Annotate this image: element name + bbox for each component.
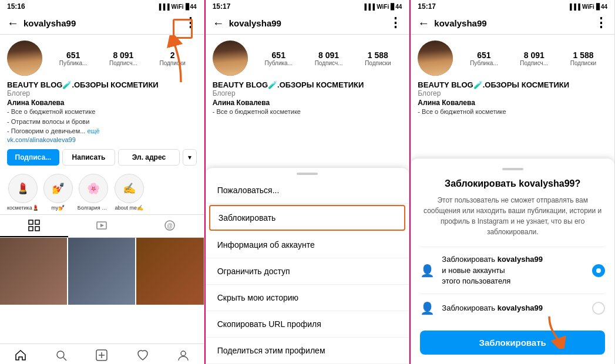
bio-name-3: Алина Ковалева [418, 99, 607, 107]
stories-row-1: 💄 косметика💄 💅 my💅 🌸 Болгария 20... ✍️ a… [0, 170, 204, 214]
bio-title-3: BEAUTY BLOG🧪.ОБЗОРЫ КОСМЕТИКИ [418, 80, 607, 89]
username-2: kovalysha99 [229, 18, 389, 28]
top-nav-3: ← kovalysha99 ⋮ [411, 12, 614, 35]
dropdown-button-1[interactable]: ▾ [183, 149, 197, 166]
stat-following-1: 2 Подписки [159, 50, 185, 66]
dialog-title: Заблокировать kovalysha99? [420, 178, 605, 189]
profile-section-1: 651 Публика... 8 091 Подписч... 2 Подпис… [0, 35, 204, 79]
block-confirm-button[interactable]: Заблокировать [420, 331, 605, 355]
story-4[interactable]: ✍️ about me✍️ [115, 174, 144, 211]
back-icon-2[interactable]: ← [213, 16, 224, 30]
email-button-1[interactable]: Эл. адрес [118, 149, 179, 166]
menu-item-copy-url[interactable]: Скопировать URL профиля [206, 311, 409, 338]
following-number-1: 2 [159, 50, 185, 60]
signal-icon-2: ▐▐▐ [362, 4, 375, 10]
nav-home-1[interactable] [14, 349, 27, 362]
block-option-1[interactable]: 👤 Заблокировать kovalysha99и новые аккау… [420, 247, 605, 294]
time-3: 15:17 [418, 2, 436, 11]
tab-tv-1[interactable] [68, 215, 136, 237]
radio-option-2[interactable] [592, 302, 605, 315]
nav-search-1[interactable] [55, 349, 68, 362]
panel-1: 15:16 ▐▐▐ WiFi ▊44 ← kovalysha99 ⋮ 651 П… [0, 0, 204, 364]
bio-category-3: Блогер [418, 89, 607, 97]
status-icons-2: ▐▐▐ WiFi ▊44 [362, 4, 402, 10]
followers-number-3: 8 091 [520, 50, 548, 60]
bio-line-1: - Все о бюджетной косметике [7, 107, 197, 117]
more-icon-1[interactable]: ⋮ [184, 15, 197, 31]
stats-row-2: 651 Публика... 8 091 Подписч... 1 588 По… [254, 50, 402, 66]
posts-number-1: 651 [59, 50, 88, 60]
bio-category-1: Блогер [7, 89, 197, 97]
menu-item-share[interactable]: Поделиться этим профилем [206, 338, 409, 364]
menu-item-report[interactable]: Пожаловаться... [206, 177, 409, 204]
following-label-1: Подписки [159, 60, 185, 66]
grid-cell-2[interactable] [68, 238, 135, 305]
stat-posts-3: 651 Публика... [470, 50, 498, 66]
message-button-1[interactable]: Написать [62, 149, 116, 166]
more-icon-2[interactable]: ⋮ [389, 15, 402, 31]
svg-marker-5 [100, 224, 104, 227]
svg-point-8 [57, 351, 64, 358]
reels-icon [96, 220, 107, 231]
following-number-3: 1 588 [570, 50, 596, 60]
time-1: 15:16 [7, 2, 25, 11]
bio-line-3: - Поговорим о девичьем... ещё [7, 126, 197, 136]
stat-followers-1: 8 091 Подписч... [109, 50, 137, 66]
person-icon-2: 👤 [420, 301, 435, 315]
status-icons-1: ▐▐▐ WiFi ▊44 [157, 4, 196, 10]
wifi-icon-3: WiFi [582, 4, 594, 10]
subscribe-button-1[interactable]: Подписа... [7, 149, 59, 166]
bio-link-1[interactable]: vk.com/alinakovaleva99 [7, 136, 197, 143]
dialog-handle [502, 168, 523, 170]
story-label-2: my💅 [51, 205, 65, 211]
more-icon-3[interactable]: ⋮ [594, 15, 607, 31]
context-menu-2: Пожаловаться... Заблокировать Информация… [206, 168, 409, 364]
menu-item-restrict[interactable]: Ограничить доступ [206, 258, 409, 285]
block-option-2[interactable]: 👤 Заблокировать kovalysha99 [420, 294, 605, 322]
bio-line-2: - Отрастим волосы и брови [7, 117, 197, 127]
status-icons-3: ▐▐▐ WiFi ▊44 [568, 4, 607, 10]
story-1[interactable]: 💄 косметика💄 [7, 174, 39, 211]
story-label-3: Болгария 20... [78, 205, 110, 211]
back-icon-1[interactable]: ← [7, 16, 19, 30]
phone-screen-1: 15:16 ▐▐▐ WiFi ▊44 ← kovalysha99 ⋮ 651 П… [0, 0, 204, 364]
story-2[interactable]: 💅 my💅 [43, 174, 73, 211]
signal-icon-3: ▐▐▐ [568, 4, 580, 10]
wifi-icon-2: WiFi [377, 4, 389, 10]
menu-item-block[interactable]: Заблокировать [209, 205, 406, 231]
story-3[interactable]: 🌸 Болгария 20... [78, 174, 110, 211]
svg-rect-0 [29, 220, 33, 224]
top-nav-1: ← kovalysha99 ⋮ [0, 12, 204, 35]
top-nav-2: ← kovalysha99 ⋮ [206, 12, 409, 35]
nav-plus-1[interactable] [95, 349, 108, 362]
profile-section-3: 651 Публика... 8 091 Подписч... 1 588 По… [411, 35, 614, 79]
grid-cell-1[interactable] [0, 238, 67, 305]
block-option-text-2: Заблокировать kovalysha99 [442, 303, 585, 314]
tab-bar-1: @ [0, 214, 204, 238]
bio-2: BEAUTY BLOG🧪.ОБЗОРЫ КОСМЕТИКИ Блогер Али… [206, 79, 409, 120]
tab-tag-1[interactable]: @ [136, 215, 204, 237]
grid-icon [28, 220, 40, 231]
nav-heart-1[interactable] [136, 349, 149, 362]
battery-icon-3: ▊44 [596, 4, 607, 10]
back-icon-3[interactable]: ← [418, 16, 429, 30]
menu-item-hide-story[interactable]: Скрыть мою историю [206, 285, 409, 311]
radio-option-1[interactable] [592, 264, 605, 277]
story-circle-3: 🌸 [79, 174, 108, 203]
bio-3: BEAUTY BLOG🧪.ОБЗОРЫ КОСМЕТИКИ Блогер Али… [411, 79, 614, 120]
following-number-2: 1 588 [365, 50, 391, 60]
tab-grid-1[interactable] [0, 215, 68, 237]
search-icon [55, 349, 68, 362]
grid-cell-3[interactable] [136, 238, 203, 305]
nav-profile-1[interactable] [177, 349, 190, 362]
posts-number-2: 651 [265, 50, 293, 60]
phone-screen-3: 15:17 ▐▐▐ WiFi ▊44 ← kovalysha99 ⋮ 651 П… [411, 0, 615, 364]
story-circle-2: 💅 [43, 174, 73, 203]
block-option-text-1: Заблокировать kovalysha99и новые аккаунт… [442, 254, 585, 287]
menu-item-info[interactable]: Информация об аккаунте [206, 232, 409, 258]
posts-label-3: Публика... [470, 60, 498, 66]
block-dialog: Заблокировать kovalysha99? Этот пользова… [411, 159, 614, 364]
orange-arrow-down [529, 314, 570, 349]
stat-posts-1: 651 Публика... [59, 50, 88, 66]
status-bar-1: 15:16 ▐▐▐ WiFi ▊44 [0, 0, 204, 12]
